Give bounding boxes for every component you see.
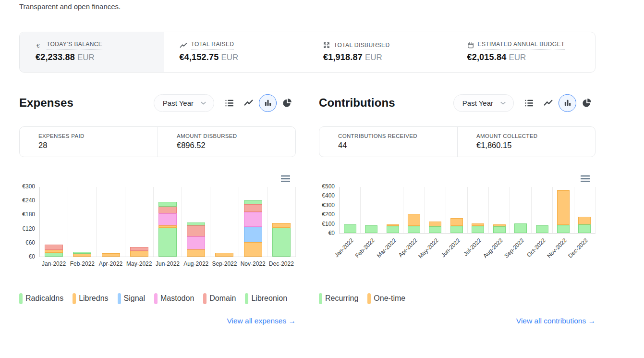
stats-bar: €TODAY’S BALANCE€2,233.88EURTOTAL RAISED…: [19, 32, 595, 73]
bar-segment-mastodon[interactable]: [158, 213, 177, 226]
legend-item-libredns[interactable]: Libredns: [73, 293, 108, 304]
bar-segment-recurring[interactable]: [450, 226, 463, 233]
svg-text:€: €: [36, 42, 40, 48]
bar-segment-one-time[interactable]: [450, 218, 463, 226]
chevron-down-icon: [499, 99, 507, 107]
bar-segment-recurring[interactable]: [408, 226, 420, 233]
stat-label[interactable]: TODAY’S BALANCE: [47, 41, 102, 49]
stat-label[interactable]: TOTAL RAISED: [191, 41, 234, 49]
pie-chart-button[interactable]: [278, 94, 296, 112]
summary-value: €896.52: [177, 141, 295, 150]
bar-segment-recurring[interactable]: [493, 226, 506, 233]
legend-item-libreonion[interactable]: Libreonion: [245, 293, 287, 304]
legend-item-radicaldns[interactable]: Radicaldns: [19, 293, 63, 304]
bar-segment-recurring[interactable]: [557, 225, 570, 233]
stat-label-row: TOTAL RAISED: [180, 41, 308, 49]
bar-segment-libredns[interactable]: [73, 254, 91, 257]
list-view-button[interactable]: [520, 94, 538, 112]
bar-segment-radicaldns[interactable]: [45, 253, 63, 257]
bar-segment-recurring[interactable]: [472, 226, 484, 233]
expenses-chart: €0€60€120€180€240€300Jan-2022Feb-2022Apr…: [19, 173, 296, 284]
bar-segment-mastodon[interactable]: [187, 236, 205, 249]
bar-segment-recurring[interactable]: [514, 223, 527, 233]
x-axis-label: Nov-2022: [241, 260, 266, 267]
bar-segment-libredns[interactable]: [244, 242, 262, 257]
bar-segment-recurring[interactable]: [536, 225, 548, 233]
bar-segment-domain[interactable]: [130, 247, 148, 251]
legend-item-recurring[interactable]: Recurring: [319, 293, 358, 304]
y-tick-label: €300: [22, 184, 35, 190]
bar-segment-one-time[interactable]: [557, 190, 570, 225]
stacked-bar: [344, 224, 356, 233]
stat-label[interactable]: ESTIMATED ANNUAL BUDGET: [478, 41, 565, 49]
bar-segment-one-time[interactable]: [408, 214, 420, 226]
category-slot: Dec-2022: [267, 187, 296, 257]
plot-grid: Jan-2022Feb-2022Mar-2022Apr-2022May-2022…: [339, 187, 595, 234]
summary-label: CONTRIBUTIONS RECEIVED: [338, 133, 457, 139]
stat-label-row: TOTAL DISBURSED: [323, 41, 451, 49]
bar-segment-recurring[interactable]: [578, 224, 591, 233]
category-slot: Jan-2022: [40, 187, 68, 257]
period-select[interactable]: Past Year: [154, 94, 214, 112]
stat-label-row: €TODAY’S BALANCE: [36, 41, 164, 49]
hamburger-icon[interactable]: [581, 175, 590, 182]
y-axis: €0€100€200€300€400€500: [319, 187, 339, 234]
stacked-bar: [408, 214, 420, 233]
x-axis-label: Apr-2022: [99, 260, 122, 267]
stacked-bar: [102, 253, 120, 257]
bar-segment-domain[interactable]: [187, 225, 205, 236]
view-all-expenses-link[interactable]: View all expenses →: [227, 317, 296, 325]
bar-segment-radicaldns[interactable]: [272, 228, 291, 257]
stat-currency: EUR: [77, 53, 95, 62]
stat-label[interactable]: TOTAL DISBURSED: [334, 42, 389, 49]
pie-chart-button[interactable]: [578, 94, 595, 112]
hamburger-icon[interactable]: [281, 175, 290, 182]
stacked-bar: [450, 218, 463, 233]
line-chart-button[interactable]: [539, 94, 557, 112]
euro-icon: €: [36, 42, 43, 49]
summary-cell: AMOUNT COLLECTED€1,860.15: [457, 127, 595, 157]
bar-segment-one-time[interactable]: [578, 217, 591, 224]
view-all-contributions-link[interactable]: View all contributions →: [516, 317, 595, 325]
line-chart-button[interactable]: [240, 94, 257, 112]
stacked-bar: [472, 223, 484, 233]
bar-segment-libreonion[interactable]: [244, 200, 262, 204]
list-view-button[interactable]: [220, 94, 238, 112]
contributions-summary-box: CONTRIBUTIONS RECEIVED44AMOUNT COLLECTED…: [319, 126, 595, 157]
bar-chart-button[interactable]: [559, 94, 576, 112]
contributions-view-all-row: View all contributions →: [319, 317, 595, 325]
bar-segment-domain[interactable]: [45, 245, 63, 250]
bar-segment-libreonion[interactable]: [158, 202, 177, 207]
bar-segment-recurring[interactable]: [387, 226, 399, 233]
bar-segment-recurring[interactable]: [365, 225, 377, 233]
bar-segment-libredns[interactable]: [215, 253, 233, 257]
period-select[interactable]: Past Year: [453, 94, 514, 112]
bar-segment-domain[interactable]: [244, 204, 262, 212]
bar-segment-recurring[interactable]: [429, 226, 441, 233]
contributions-section: Contributions Past Year CONTRIBUTIONS RE…: [319, 94, 595, 325]
summary-value: 28: [38, 141, 158, 150]
bar-segment-libredns[interactable]: [187, 249, 205, 257]
bar-segment-signal[interactable]: [244, 227, 262, 242]
bar-segment-libredns[interactable]: [272, 223, 291, 228]
legend-item-signal[interactable]: Signal: [118, 293, 145, 304]
bar-segment-one-time[interactable]: [429, 222, 441, 226]
trend-up-icon: [180, 42, 187, 49]
legend-item-one-time[interactable]: One-time: [367, 293, 405, 304]
stacked-bar: [557, 190, 570, 233]
category-slot: Feb-2022: [68, 187, 97, 257]
legend-item-domain[interactable]: Domain: [203, 293, 236, 304]
x-axis-label: Oct-2022: [525, 237, 547, 259]
bar-segment-libredns[interactable]: [102, 253, 120, 257]
legend-item-mastodon[interactable]: Mastodon: [154, 293, 194, 304]
calendar-icon: [467, 42, 474, 49]
page-tagline: Transparent and open finances.: [19, 2, 595, 12]
stacked-bar: [387, 224, 399, 233]
bar-segment-domain[interactable]: [158, 207, 177, 213]
bar-chart-button[interactable]: [259, 94, 277, 112]
bar-segment-mastodon[interactable]: [244, 212, 262, 227]
bar-segment-libredns[interactable]: [130, 251, 148, 257]
bar-segment-recurring[interactable]: [344, 224, 356, 233]
legend-swatch: [19, 293, 23, 304]
bar-segment-radicaldns[interactable]: [158, 228, 177, 257]
